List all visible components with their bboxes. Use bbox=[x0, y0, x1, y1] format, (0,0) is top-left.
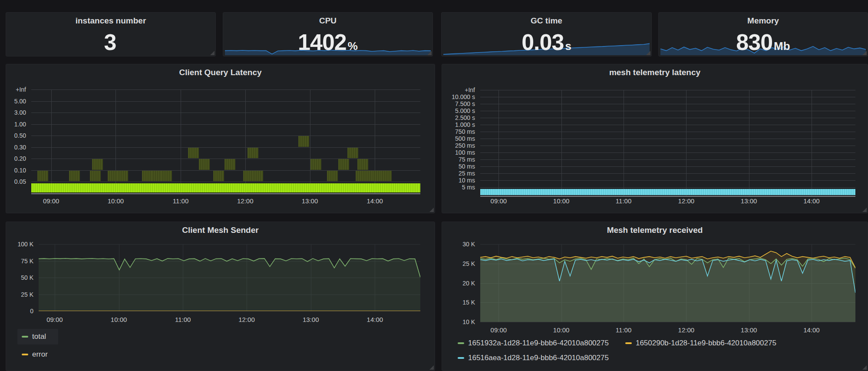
heatmap-cell bbox=[213, 171, 224, 182]
y-axis-label: +Inf bbox=[6, 86, 26, 93]
panel-title[interactable]: Client Query Latency bbox=[6, 68, 435, 77]
stat-unit: s bbox=[565, 40, 571, 53]
gridline-vertical bbox=[310, 89, 310, 194]
gridline-horizontal bbox=[480, 125, 855, 125]
panel-gc-time: GC time 0.03 s bbox=[441, 12, 652, 56]
gridline-horizontal bbox=[480, 90, 855, 90]
legend-label: 1651932a-1d28-11e9-bbb6-42010a800275 bbox=[468, 339, 609, 348]
gridline-horizontal bbox=[480, 159, 855, 160]
gridline-horizontal bbox=[480, 132, 855, 132]
resize-handle[interactable] bbox=[429, 365, 434, 370]
heatmap-cell bbox=[381, 171, 392, 182]
heatmap-cell bbox=[117, 171, 128, 182]
x-axis-label: 13:00 bbox=[296, 316, 326, 323]
legend-item-2[interactable]: 1650290b-1d28-11e9-bbb6-42010a800275 bbox=[621, 337, 781, 350]
panel-title[interactable]: Mesh telemetry received bbox=[442, 225, 868, 235]
panel-title[interactable]: CPU bbox=[223, 16, 432, 26]
heatmap-cell bbox=[199, 159, 210, 170]
gridline-vertical bbox=[561, 90, 562, 196]
legend-label: 16516aea-1d28-11e9-bbb6-42010a800275 bbox=[468, 354, 609, 362]
legend-label: total bbox=[32, 332, 46, 341]
panel-title[interactable]: Client Mesh Sender bbox=[6, 225, 435, 235]
y-axis-label: 10 K bbox=[442, 318, 475, 326]
stat-number: 830 bbox=[736, 30, 772, 54]
y-axis-label: 20 K bbox=[442, 279, 475, 287]
legend-swatch bbox=[22, 336, 28, 338]
x-axis-label: 10:00 bbox=[547, 326, 576, 334]
x-axis-label: 09:00 bbox=[484, 197, 513, 205]
resize-handle[interactable] bbox=[646, 51, 650, 55]
stat-value: 0.03 s bbox=[442, 30, 651, 54]
panel-title[interactable]: instances number bbox=[6, 16, 215, 26]
stat-number: 0.03 bbox=[521, 30, 564, 54]
gridline-vertical bbox=[812, 90, 812, 196]
heatmap-cell bbox=[224, 159, 235, 170]
gridline-horizontal bbox=[31, 136, 420, 136]
resize-handle[interactable] bbox=[427, 51, 432, 55]
x-axis-label: 12:00 bbox=[231, 197, 260, 205]
panel-title[interactable]: mesh telemetry latency bbox=[442, 68, 868, 77]
legend-swatch bbox=[458, 357, 464, 359]
legend: 1651932a-1d28-11e9-bbb6-42010a8002751650… bbox=[453, 337, 853, 364]
legend-swatch bbox=[22, 354, 28, 355]
y-axis-label: 3.00 bbox=[6, 109, 26, 116]
legend: totalerror bbox=[17, 329, 58, 361]
resize-handle[interactable] bbox=[862, 208, 867, 212]
stat-unit: Mb bbox=[774, 40, 790, 53]
x-axis-label: 14:00 bbox=[797, 197, 826, 205]
stat-value: 3 bbox=[6, 30, 215, 54]
x-axis-label: 11:00 bbox=[609, 197, 638, 205]
x-axis-label: 11:00 bbox=[166, 197, 195, 205]
gridline-horizontal bbox=[31, 182, 420, 182]
x-axis-label: 12:00 bbox=[671, 197, 701, 205]
legend-item-1[interactable]: total bbox=[17, 329, 58, 344]
x-axis-label: 13:00 bbox=[295, 197, 325, 205]
heatmap-cell bbox=[152, 171, 162, 182]
heatmap-cell bbox=[248, 148, 258, 159]
y-axis-label: 100 K bbox=[6, 240, 33, 248]
resize-handle[interactable] bbox=[862, 365, 867, 370]
y-axis-label: 1.00 bbox=[6, 120, 26, 128]
gridline-horizontal bbox=[31, 89, 420, 90]
heatmap-cell bbox=[338, 159, 349, 170]
legend-label: error bbox=[32, 350, 48, 359]
gridline-vertical bbox=[51, 89, 52, 194]
x-axis-label: 14:00 bbox=[797, 326, 826, 334]
y-axis-label: 0.30 bbox=[6, 143, 26, 151]
x-axis-line bbox=[31, 193, 420, 194]
gridline-horizontal bbox=[480, 104, 855, 104]
heatmap-bucket-bar bbox=[480, 189, 855, 195]
y-axis-label: 0.50 bbox=[6, 132, 26, 139]
panel-mesh-telemetry-received: Mesh telemetry received 1651932a-1d28-11… bbox=[442, 222, 868, 371]
gridline-vertical bbox=[181, 89, 181, 194]
legend-item-2[interactable]: error bbox=[17, 348, 52, 361]
gridline-horizontal bbox=[480, 152, 855, 153]
y-axis-label: 0 bbox=[6, 307, 33, 315]
y-axis-label: 5.00 bbox=[6, 97, 26, 105]
legend-item-1[interactable]: 1651932a-1d28-11e9-bbb6-42010a800275 bbox=[453, 337, 613, 350]
gridline-horizontal bbox=[480, 146, 855, 146]
legend-item-3[interactable]: 16516aea-1d28-11e9-bbb6-42010a800275 bbox=[453, 351, 613, 364]
y-axis-label: 75 K bbox=[6, 257, 33, 265]
heatmap-cell bbox=[298, 136, 309, 147]
panel-client-query-latency: Client Query Latency +Inf5.003.001.000.5… bbox=[6, 64, 435, 213]
x-axis-label: 12:00 bbox=[232, 316, 261, 323]
time-series-plot bbox=[39, 242, 420, 311]
panel-title[interactable]: Memory bbox=[659, 16, 868, 26]
panel-title[interactable]: GC time bbox=[442, 16, 651, 26]
gridline-horizontal bbox=[480, 166, 855, 167]
heatmap-cell bbox=[161, 171, 172, 182]
x-axis-label: 09:00 bbox=[40, 316, 69, 323]
heatmap-cell bbox=[347, 148, 358, 159]
panel-instances-number: instances number 3 bbox=[6, 12, 216, 56]
resize-handle[interactable] bbox=[862, 51, 867, 55]
resize-handle[interactable] bbox=[429, 208, 434, 212]
resize-handle[interactable] bbox=[210, 51, 215, 55]
gridline-vertical bbox=[498, 90, 499, 196]
gridline-horizontal bbox=[480, 111, 855, 111]
y-axis-label: 30 K bbox=[442, 240, 475, 248]
gridline-horizontal bbox=[31, 101, 420, 102]
x-axis-label: 09:00 bbox=[484, 326, 513, 334]
heatmap-cell bbox=[90, 171, 101, 182]
gridline-vertical bbox=[749, 90, 749, 196]
